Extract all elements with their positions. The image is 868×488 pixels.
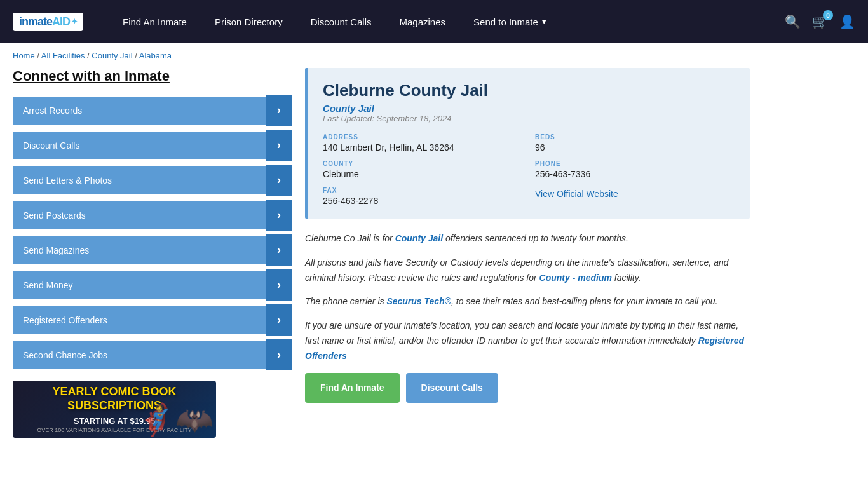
phone-label: PHONE: [535, 160, 735, 167]
logo-aid: AID: [52, 15, 70, 29]
beds-label: BEDS: [535, 133, 735, 140]
sidebar-item-second-chance-jobs-label: Second Chance Jobs: [13, 341, 266, 369]
sidebar-item-send-postcards-label: Send Postcards: [13, 201, 266, 229]
address-label: ADDRESS: [323, 133, 522, 140]
nav-magazines[interactable]: Magazines: [386, 0, 460, 43]
fax-group: FAX 256-463-2278: [323, 187, 522, 206]
sidebar-item-send-postcards[interactable]: Send Postcards ›: [13, 200, 292, 231]
phone-value: 256-463-7336: [535, 169, 735, 179]
address-group: ADDRESS 140 Lambert Dr, Heflin, AL 36264: [323, 133, 522, 152]
sidebar-item-send-money[interactable]: Send Money ›: [13, 269, 292, 301]
desc-para-3-after: , to see their rates and best-calling pl…: [451, 296, 717, 306]
desc-para-3: The phone carrier is Securus Tech®, to s…: [305, 294, 750, 309]
sidebar-item-send-magazines[interactable]: Send Magazines ›: [13, 234, 292, 266]
breadcrumb: Home / All Facilities / County Jail / Al…: [0, 43, 868, 68]
sidebar-item-arrest-records-arrow-icon: ›: [266, 95, 292, 126]
fax-value: 256-463-2278: [323, 196, 522, 206]
desc-securus-link[interactable]: Securus Tech®: [386, 296, 451, 306]
find-inmate-button[interactable]: Find An Inmate: [305, 373, 400, 403]
beds-group: BEDS 96: [535, 133, 735, 152]
sidebar-ad[interactable]: YEARLY COMIC BOOKSUBSCRIPTIONS STARTING …: [13, 381, 216, 438]
sidebar-item-send-letters-label: Send Letters & Photos: [13, 166, 266, 194]
address-value: 140 Lambert Dr, Heflin, AL 36264: [323, 142, 522, 152]
nav-links: Find An Inmate Prison Directory Discount…: [109, 0, 785, 43]
nav-discount-calls[interactable]: Discount Calls: [297, 0, 386, 43]
sidebar-item-registered-offenders-arrow-icon: ›: [266, 304, 292, 336]
phone-group: PHONE 256-463-7336: [535, 160, 735, 179]
desc-county-jail-link[interactable]: County Jail: [395, 233, 443, 243]
sidebar-title: Connect with an Inmate: [13, 68, 292, 85]
county-group: COUNTY Cleburne: [323, 160, 522, 179]
sidebar-item-second-chance-jobs[interactable]: Second Chance Jobs ›: [13, 339, 292, 370]
send-to-inmate-dropdown-icon: ▼: [541, 18, 548, 25]
user-button[interactable]: 👤: [839, 14, 855, 29]
county-label: COUNTY: [323, 160, 522, 167]
sidebar-item-discount-calls-label: Discount Calls: [13, 132, 266, 159]
nav-prison-directory[interactable]: Prison Directory: [201, 0, 297, 43]
facility-details: ADDRESS 140 Lambert Dr, Heflin, AL 36264…: [323, 133, 735, 206]
sidebar-item-send-money-arrow-icon: ›: [266, 269, 292, 301]
website-group: View Official Website: [535, 187, 735, 206]
desc-para-1-before: Cleburne Co Jail is for: [305, 233, 395, 243]
fax-label: FAX: [323, 187, 522, 194]
sidebar-item-second-chance-jobs-arrow-icon: ›: [266, 339, 292, 370]
desc-para-2: All prisons and jails have Security or C…: [305, 255, 750, 286]
discount-calls-button[interactable]: Discount Calls: [406, 373, 498, 403]
sidebar-item-discount-calls[interactable]: Discount Calls ›: [13, 130, 292, 161]
sidebar-item-send-letters[interactable]: Send Letters & Photos ›: [13, 165, 292, 196]
facility-description: Cleburne Co Jail is for County Jail offe…: [305, 231, 750, 403]
sidebar-item-send-magazines-label: Send Magazines: [13, 236, 266, 264]
nav-icon-group: 🔍 🛒 0 👤: [785, 14, 855, 29]
sidebar-item-send-postcards-arrow-icon: ›: [266, 200, 292, 231]
sidebar-item-send-money-label: Send Money: [13, 271, 266, 299]
main-layout: Connect with an Inmate Arrest Records › …: [0, 68, 763, 457]
facility-updated: Last Updated: September 18, 2024: [323, 114, 735, 123]
main-content: Cleburne County Jail County Jail Last Up…: [305, 68, 750, 438]
sidebar-item-discount-calls-arrow-icon: ›: [266, 130, 292, 161]
nav-find-inmate[interactable]: Find An Inmate: [109, 0, 201, 43]
county-value: Cleburne: [323, 169, 522, 179]
desc-para-1-after: offenders sentenced up to twenty four mo…: [443, 233, 628, 243]
sidebar-item-arrest-records[interactable]: Arrest Records ›: [13, 95, 292, 126]
sidebar-item-registered-offenders-label: Registered Offenders: [13, 306, 266, 334]
sidebar-ad-hero-icon: 🦸🦇: [137, 402, 214, 438]
main-nav: inmateAID ✦ Find An Inmate Prison Direct…: [0, 0, 868, 43]
sidebar-item-arrest-records-label: Arrest Records: [13, 97, 266, 125]
desc-para-3-before: The phone carrier is: [305, 296, 386, 306]
breadcrumb-county-jail[interactable]: County Jail: [92, 51, 132, 60]
breadcrumb-home[interactable]: Home: [13, 51, 35, 60]
sidebar: Connect with an Inmate Arrest Records › …: [13, 68, 292, 438]
cart-button[interactable]: 🛒 0: [812, 14, 828, 29]
bottom-buttons: Find An Inmate Discount Calls: [305, 373, 750, 403]
desc-para-2-after: facility.: [612, 273, 641, 283]
facility-name: Cleburne County Jail: [323, 81, 735, 100]
desc-para-4: If you are unsure of your inmate's locat…: [305, 318, 750, 363]
nav-send-to-inmate[interactable]: Send to Inmate ▼: [459, 0, 562, 43]
website-link[interactable]: View Official Website: [535, 189, 618, 199]
sidebar-item-registered-offenders[interactable]: Registered Offenders ›: [13, 304, 292, 336]
facility-card: Cleburne County Jail County Jail Last Up…: [305, 68, 750, 219]
breadcrumb-alabama[interactable]: Alabama: [139, 51, 172, 60]
sidebar-item-send-letters-arrow-icon: ›: [266, 165, 292, 196]
desc-para-2-text: All prisons and jails have Security or C…: [305, 257, 729, 283]
desc-county-medium-link[interactable]: County - medium: [539, 273, 612, 283]
facility-type: County Jail: [323, 103, 735, 114]
beds-value: 96: [535, 142, 735, 152]
breadcrumb-all-facilities[interactable]: All Facilities: [41, 51, 85, 60]
logo-text: inmate: [19, 15, 52, 29]
search-button[interactable]: 🔍: [785, 14, 801, 29]
cart-badge: 0: [823, 10, 833, 20]
desc-para-4-text: If you are unsure of your inmate's locat…: [305, 320, 738, 346]
sidebar-item-send-magazines-arrow-icon: ›: [266, 234, 292, 266]
desc-para-1: Cleburne Co Jail is for County Jail offe…: [305, 231, 750, 247]
logo[interactable]: inmateAID ✦: [13, 13, 83, 31]
logo-bird-icon: ✦: [71, 17, 77, 26]
